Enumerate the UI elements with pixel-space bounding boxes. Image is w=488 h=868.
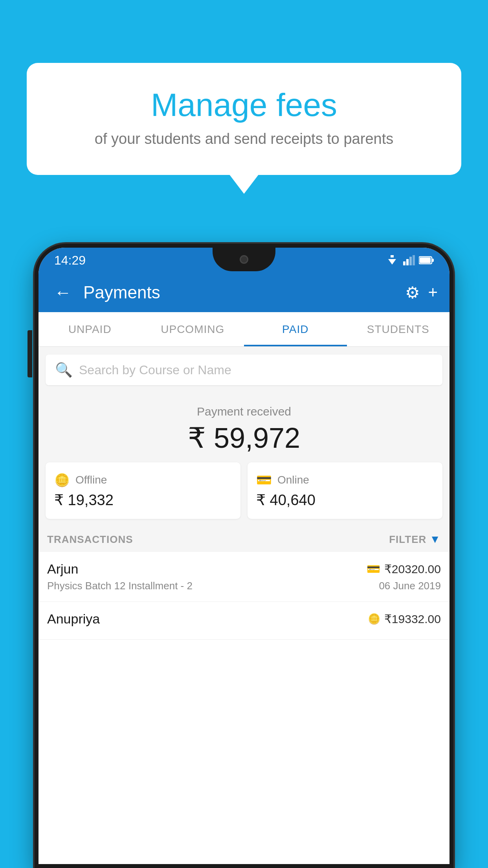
back-button[interactable]: ← (50, 279, 75, 306)
search-bar[interactable]: 🔍 Search by Course or Name (46, 355, 442, 385)
tabs: UNPAID UPCOMING PAID STUDENTS (39, 312, 449, 347)
payment-total: ₹ 59,972 (46, 421, 442, 454)
wifi-icon (385, 255, 399, 265)
payment-cards: 🪙 Offline ₹ 19,332 💳 Online ₹ 40,640 (39, 462, 449, 527)
status-bar: 14:29 (39, 248, 449, 273)
search-icon: 🔍 (55, 362, 73, 378)
transactions-header: TRANSACTIONS FILTER ▼ (39, 527, 449, 552)
notch (213, 248, 275, 271)
transaction-amount-2: ₹19332.00 (384, 612, 441, 626)
online-card: 💳 Online ₹ 40,640 (248, 462, 442, 519)
transaction-top-2: Anupriya 🪙 ₹19332.00 (47, 611, 441, 627)
offline-payment-icon: 🪙 (368, 613, 380, 625)
svg-rect-3 (406, 259, 409, 265)
add-icon[interactable]: + (428, 283, 438, 302)
transaction-name-1: Arjun (47, 561, 78, 577)
offline-label: Offline (75, 474, 107, 486)
svg-rect-1 (391, 255, 394, 257)
credit-card-icon: 💳 (256, 473, 272, 487)
online-amount: ₹ 40,640 (256, 491, 434, 509)
tab-upcoming[interactable]: UPCOMING (141, 312, 244, 346)
bubble-subtitle: of your students and send receipts to pa… (46, 131, 442, 147)
transaction-bottom-1: Physics Batch 12 Installment - 2 06 June… (47, 580, 441, 592)
offline-card: 🪙 Offline ₹ 19,332 (46, 462, 240, 519)
bubble-title: Manage fees (46, 86, 442, 123)
offline-card-header: 🪙 Offline (54, 473, 232, 487)
offline-amount: ₹ 19,332 (54, 491, 232, 509)
svg-rect-7 (432, 259, 434, 262)
filter-button[interactable]: FILTER ▼ (389, 533, 441, 546)
settings-icon[interactable]: ⚙ (405, 283, 420, 302)
signal-icon (403, 255, 415, 265)
app-bar: ← Payments ⚙ + (39, 273, 449, 312)
tab-unpaid[interactable]: UNPAID (39, 312, 141, 346)
transactions-list: Arjun 💳 ₹20320.00 Physics Batch 12 Insta… (39, 552, 449, 640)
filter-icon: ▼ (429, 533, 441, 546)
transaction-top-1: Arjun 💳 ₹20320.00 (47, 561, 441, 577)
app-bar-icons: ⚙ + (405, 283, 438, 302)
table-row[interactable]: Anupriya 🪙 ₹19332.00 (39, 602, 449, 640)
payment-label: Payment received (46, 405, 442, 418)
table-row[interactable]: Arjun 💳 ₹20320.00 Physics Batch 12 Insta… (39, 552, 449, 602)
camera-dot (240, 255, 248, 264)
transaction-course-1: Physics Batch 12 Installment - 2 (47, 580, 193, 592)
transaction-amount-wrap-2: 🪙 ₹19332.00 (368, 612, 441, 626)
online-card-header: 💳 Online (256, 473, 434, 487)
transaction-name-2: Anupriya (47, 611, 100, 627)
svg-rect-8 (420, 257, 431, 263)
payment-received-section: Payment received ₹ 59,972 (39, 393, 449, 462)
battery-icon (419, 256, 434, 265)
transaction-amount-1: ₹20320.00 (384, 562, 441, 576)
offline-icon: 🪙 (54, 473, 70, 487)
tab-paid[interactable]: PAID (244, 312, 347, 346)
search-input[interactable]: Search by Course or Name (79, 363, 231, 377)
transaction-date-1: 06 June 2019 (379, 580, 441, 592)
svg-rect-2 (403, 261, 405, 265)
svg-marker-0 (388, 259, 396, 265)
transactions-label: TRANSACTIONS (47, 533, 133, 546)
app-bar-title: Payments (83, 283, 397, 302)
phone-frame: 14:29 (35, 244, 453, 868)
tab-students[interactable]: STUDENTS (347, 312, 450, 346)
svg-rect-5 (413, 255, 415, 265)
status-icons (385, 255, 434, 265)
speech-bubble: Manage fees of your students and send re… (27, 63, 461, 175)
online-label: Online (277, 474, 309, 486)
online-payment-icon: 💳 (367, 563, 380, 576)
filter-label: FILTER (389, 533, 426, 546)
svg-rect-4 (409, 257, 412, 265)
status-time: 14:29 (54, 253, 86, 268)
phone-screen: 14:29 (39, 248, 449, 864)
transaction-amount-wrap-1: 💳 ₹20320.00 (367, 562, 441, 576)
content-area: 🔍 Search by Course or Name Payment recei… (39, 347, 449, 640)
